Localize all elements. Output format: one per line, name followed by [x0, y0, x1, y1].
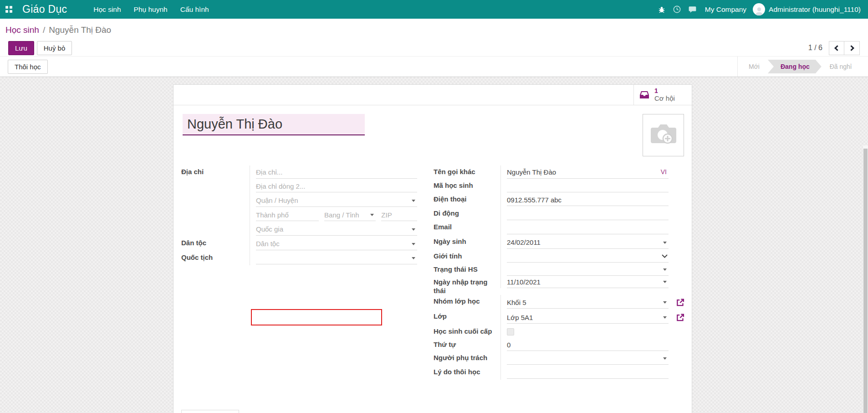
- smart-button-bar: 1 Cơ hội: [174, 85, 692, 105]
- vertical-scrollbar[interactable]: [863, 145, 868, 413]
- nationality-select[interactable]: [256, 252, 417, 264]
- state-select[interactable]: Bang / Tỉnh: [324, 209, 376, 221]
- status-date-input[interactable]: 11/10/2021: [507, 276, 669, 288]
- field-label-ten-goi-khac: Tên gọi khác: [434, 165, 500, 179]
- info-group: Tên gọi khác Nguyễn Thị ĐàoVI Mã học sin…: [434, 165, 669, 380]
- field-label-ngay-sinh: Ngày sinh: [434, 235, 500, 250]
- opportunity-count: 1: [654, 87, 675, 94]
- top-navbar: Giáo Dục Học sinh Phụ huynh Cấu hình My …: [0, 0, 868, 19]
- chevron-right-icon: [848, 45, 854, 51]
- field-label-trang-thai-hs: Trạng thái HS: [434, 263, 500, 276]
- mobile-input[interactable]: [507, 208, 669, 220]
- field-label-ma-hoc-sinh: Mã học sinh: [434, 179, 500, 193]
- class-select[interactable]: Lớp 5A1: [507, 311, 669, 324]
- student-status-select[interactable]: [507, 263, 669, 276]
- country-select[interactable]: Quốc gia: [256, 223, 417, 236]
- pager-previous-button[interactable]: [829, 41, 844, 55]
- field-label-dien-thoai: Điện thoại: [434, 193, 500, 207]
- messages-chat-icon[interactable]: [685, 5, 700, 14]
- debug-bug-icon[interactable]: [654, 5, 669, 14]
- phone-input[interactable]: 0912.555.777 abc: [507, 194, 669, 206]
- control-panel: Học sinh / Nguyễn Thị Đào Lưu Huỷ bỏ 1 /…: [0, 19, 868, 56]
- final-year-checkbox[interactable]: [507, 328, 514, 336]
- city-input[interactable]: Thành phố: [256, 209, 319, 221]
- other-name-input[interactable]: Nguyễn Thị ĐàoVI: [507, 166, 669, 179]
- field-label-ly-do-thoi-hoc: Lý do thôi học: [434, 366, 500, 380]
- state-moi[interactable]: Mới: [740, 60, 768, 73]
- zip-input[interactable]: ZIP: [381, 209, 417, 221]
- chevron-left-icon: [834, 45, 840, 51]
- student-photo-placeholder[interactable]: [643, 114, 684, 156]
- user-avatar: [753, 3, 765, 15]
- breadcrumb-separator: /: [43, 25, 45, 35]
- state-dang-hoc[interactable]: Đang học: [768, 60, 822, 73]
- translate-vi-link[interactable]: VI: [661, 168, 667, 176]
- birthdate-input[interactable]: 24/02/2011: [507, 237, 669, 249]
- district-select[interactable]: Quận / Huyện: [256, 195, 417, 207]
- state-da-nghi[interactable]: Đã nghỉ: [822, 60, 860, 73]
- class-group-select[interactable]: Khối 5: [507, 296, 669, 309]
- email-input[interactable]: [507, 222, 669, 234]
- main-menu: Học sinh Phụ huynh Cấu hình: [87, 1, 215, 18]
- discard-button[interactable]: Huỷ bỏ: [37, 41, 72, 55]
- scrollbar-thumb[interactable]: [863, 149, 868, 413]
- caret-down-icon: [663, 281, 667, 283]
- camera-plus-icon: [648, 122, 679, 149]
- caret-down-icon: [370, 214, 374, 216]
- caret-down-icon: [663, 242, 667, 244]
- field-label-thu-tu: Thứ tự: [434, 338, 500, 351]
- pager: 1 / 6: [808, 41, 860, 55]
- external-link-icon[interactable]: [676, 298, 684, 307]
- caret-down-icon: [412, 200, 415, 202]
- app-brand[interactable]: Giáo Dục: [22, 3, 67, 15]
- field-label-dia-chi: Địa chỉ: [181, 165, 250, 179]
- field-label-ngay-nhap-trang-thai: Ngày nhập trạng thái: [434, 276, 500, 295]
- field-label-hoc-sinh-cuoi-cap: Học sinh cuối cấp: [434, 325, 500, 338]
- responsible-select[interactable]: [507, 352, 669, 365]
- dropout-reason-input[interactable]: [507, 367, 669, 379]
- caret-down-icon: [663, 357, 667, 360]
- apps-grid-icon[interactable]: [5, 6, 12, 13]
- pager-next-button[interactable]: [844, 41, 860, 55]
- caret-down-icon: [663, 301, 667, 304]
- opportunity-stat-button[interactable]: 1 Cơ hội: [633, 85, 692, 105]
- address-group: Địa chỉ Địa chỉ... Địa chỉ dòng 2... Quậ…: [181, 165, 417, 265]
- caret-down-icon: [412, 243, 415, 245]
- state-pills: Mới Đang học Đã nghỉ: [737, 57, 860, 77]
- street-input[interactable]: Địa chỉ...: [256, 166, 417, 179]
- notebook-tab-partial[interactable]: [181, 410, 239, 413]
- sequence-input[interactable]: 0: [507, 339, 669, 351]
- field-label-dan-toc: Dân tộc: [181, 237, 250, 251]
- external-link-icon[interactable]: [676, 313, 684, 322]
- field-label-email: Email: [434, 221, 500, 235]
- thoi-hoc-button[interactable]: Thôi học: [8, 60, 48, 74]
- chevron-down-icon: [662, 254, 668, 258]
- lop-field-highlight: [251, 309, 382, 325]
- save-button[interactable]: Lưu: [8, 41, 34, 55]
- activities-clock-icon[interactable]: [669, 5, 685, 14]
- breadcrumb-current: Nguyễn Thị Đào: [49, 25, 111, 35]
- caret-down-icon: [412, 228, 415, 231]
- menu-phu-huynh[interactable]: Phụ huynh: [128, 1, 174, 18]
- ethnicity-select[interactable]: Dân tộc: [256, 238, 417, 250]
- caret-down-icon: [412, 257, 415, 259]
- breadcrumb-parent[interactable]: Học sinh: [5, 25, 39, 35]
- company-switcher[interactable]: My Company: [705, 5, 746, 14]
- statusbar: Thôi học Mới Đang học Đã nghỉ: [0, 56, 868, 77]
- pager-counter: 1 / 6: [808, 44, 822, 52]
- user-menu[interactable]: Administrator (huunghi_1110): [753, 3, 861, 15]
- field-label-lop: Lớp: [434, 310, 500, 325]
- form-view-background: 1 Cơ hội Nguyễn Thị Đào Địa chỉ Địa chỉ.…: [0, 77, 868, 413]
- breadcrumb: Học sinh / Nguyễn Thị Đào: [5, 23, 863, 37]
- field-label-di-dong: Di động: [434, 207, 500, 221]
- student-name-input[interactable]: Nguyễn Thị Đào: [183, 114, 365, 135]
- field-label-nguoi-phu-trach: Người phụ trách: [434, 351, 500, 366]
- street2-input[interactable]: Địa chỉ dòng 2...: [256, 180, 417, 192]
- student-code-input[interactable]: [507, 180, 669, 192]
- field-label-nhom-lop-hoc: Nhóm lớp học: [434, 295, 500, 310]
- menu-hoc-sinh[interactable]: Học sinh: [87, 1, 127, 18]
- user-name: Administrator (huunghi_1110): [769, 5, 861, 14]
- menu-cau-hinh[interactable]: Cấu hình: [174, 1, 215, 18]
- caret-down-icon: [663, 316, 667, 319]
- gender-select[interactable]: [507, 250, 669, 263]
